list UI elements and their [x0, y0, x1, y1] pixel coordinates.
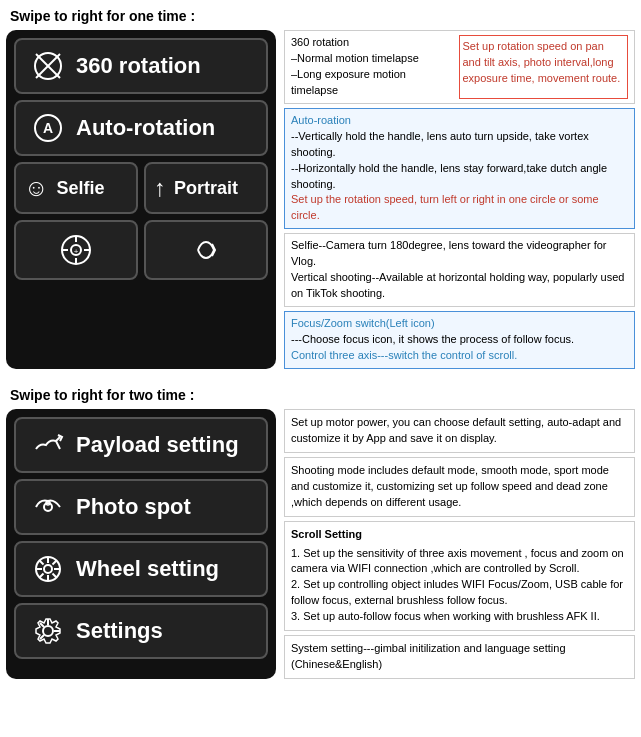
scroll-control-icon — [188, 232, 224, 268]
section1-content: 360 rotation A Auto-rotation ☺ Selfie — [0, 30, 641, 379]
section1-right-panel: 360 rotation –Normal motion timelapse –L… — [284, 30, 635, 369]
photo-spot-label: Photo spot — [76, 494, 191, 520]
svg-text:A: A — [43, 120, 53, 136]
btn-portrait[interactable]: ↑ Portrait — [144, 162, 268, 214]
desc-360-left: 360 rotation –Normal motion timelapse –L… — [291, 35, 453, 99]
desc-settings-text: System setting---gimbal initilization an… — [291, 642, 566, 670]
svg-text:+: + — [74, 247, 79, 256]
section2-title: Swipe to right for two time : — [0, 379, 641, 409]
section1-left-panel: 360 rotation A Auto-rotation ☺ Selfie — [6, 30, 276, 369]
svg-line-23 — [40, 573, 44, 577]
settings-label: Settings — [76, 618, 163, 644]
btn-auto-rotation[interactable]: A Auto-rotation — [14, 100, 268, 156]
btn-photo-spot[interactable]: Photo spot — [14, 479, 268, 535]
desc-payload: Set up motor power, you can choose defau… — [284, 409, 635, 453]
desc-photo-spot: Shooting mode includes default mode, smo… — [284, 457, 635, 517]
selfie-icon: ☺ — [24, 174, 49, 202]
wheel-icon — [30, 553, 66, 585]
desc-360-title: 360 rotation — [291, 35, 453, 51]
desc-scroll-line3: 3. Set up auto-follow focus when working… — [291, 609, 628, 625]
svg-line-22 — [53, 560, 57, 564]
btn-focus[interactable]: + — [14, 220, 138, 280]
section2-left-panel: Payload setting Photo spot — [6, 409, 276, 679]
focus-rotate-row: + — [14, 220, 268, 280]
desc-long-exposure: –Long exposure motion timelapse — [291, 67, 453, 99]
desc-auto-title: Auto-roation — [291, 113, 628, 129]
desc-scroll-line1: 1. Set up the sensitivity of three axis … — [291, 546, 628, 578]
section2-content: Payload setting Photo spot — [0, 409, 641, 689]
section1-title: Swipe to right for one time : — [0, 0, 641, 30]
desc-scroll-title: Scroll Setting — [291, 527, 628, 543]
desc-focus-line1: ---Choose focus icon, it shows the proce… — [291, 332, 628, 348]
desc-focus-title: Focus/Zoom switch(Left icon) — [291, 316, 628, 332]
desc-scroll-line2: 2. Set up controlling object inludes WIF… — [291, 577, 628, 609]
desc-selfie-line1: Selfie--Camera turn 180degree, lens towa… — [291, 238, 628, 270]
svg-line-20 — [40, 560, 44, 564]
selfie-portrait-row: ☺ Selfie ↑ Portrait — [14, 162, 268, 214]
desc-settings: System setting---gimbal initilization an… — [284, 635, 635, 679]
desc-auto-rotation: Auto-roation --Vertically hold the handl… — [284, 108, 635, 230]
desc-photo-text: Shooting mode includes default mode, smo… — [291, 464, 609, 508]
desc-auto-line2: --Horizontally hold the handle, lens sta… — [291, 161, 628, 193]
auto-rotation-label: Auto-rotation — [76, 115, 215, 141]
desc-focus-zoom: Focus/Zoom switch(Left icon) ---Choose f… — [284, 311, 635, 369]
desc-auto-line3: Set up the rotation speed, turn left or … — [291, 192, 628, 224]
photo-spot-icon — [30, 491, 66, 523]
svg-point-15 — [44, 565, 52, 573]
portrait-icon: ↑ — [154, 174, 166, 202]
portrait-label: Portrait — [174, 178, 238, 199]
wheel-label: Wheel setting — [76, 556, 219, 582]
desc-scroll-setting: Scroll Setting 1. Set up the sensitivity… — [284, 521, 635, 632]
btn-wheel-setting[interactable]: Wheel setting — [14, 541, 268, 597]
btn-selfie[interactable]: ☺ Selfie — [14, 162, 138, 214]
svg-point-12 — [44, 503, 52, 511]
btn-payload-setting[interactable]: Payload setting — [14, 417, 268, 473]
desc-selfie-portrait: Selfie--Camera turn 180degree, lens towa… — [284, 233, 635, 307]
desc-normal-timelapse: –Normal motion timelapse — [291, 51, 453, 67]
selfie-label: Selfie — [57, 178, 105, 199]
desc-auto-line1: --Vertically hold the handle, lens auto … — [291, 129, 628, 161]
360-rotation-icon — [30, 50, 66, 82]
desc-focus-line2: Control three axis---switch the control … — [291, 348, 628, 364]
focus-zoom-icon: + — [58, 232, 94, 268]
section2: Swipe to right for two time : Payload se… — [0, 379, 641, 689]
desc-portrait-line1: Vertical shooting--Available at horizont… — [291, 270, 628, 302]
btn-settings[interactable]: Settings — [14, 603, 268, 659]
btn-360-rotation[interactable]: 360 rotation — [14, 38, 268, 94]
desc-360-rotation: 360 rotation –Normal motion timelapse –L… — [284, 30, 635, 104]
svg-line-21 — [53, 573, 57, 577]
settings-icon — [30, 615, 66, 647]
360-rotation-label: 360 rotation — [76, 53, 201, 79]
btn-scroll-control[interactable] — [144, 220, 268, 280]
section2-right-panel: Set up motor power, you can choose defau… — [284, 409, 635, 679]
section1: Swipe to right for one time : 360 rotati… — [0, 0, 641, 379]
svg-point-24 — [43, 626, 53, 636]
auto-rotation-icon: A — [30, 112, 66, 144]
desc-360-note: Set up rotation speed on pan and tilt ax… — [459, 35, 629, 99]
payload-label: Payload setting — [76, 432, 239, 458]
desc-360-note-text: Set up rotation speed on pan and tilt ax… — [463, 40, 621, 84]
payload-icon — [30, 429, 66, 461]
desc-payload-text: Set up motor power, you can choose defau… — [291, 416, 621, 444]
